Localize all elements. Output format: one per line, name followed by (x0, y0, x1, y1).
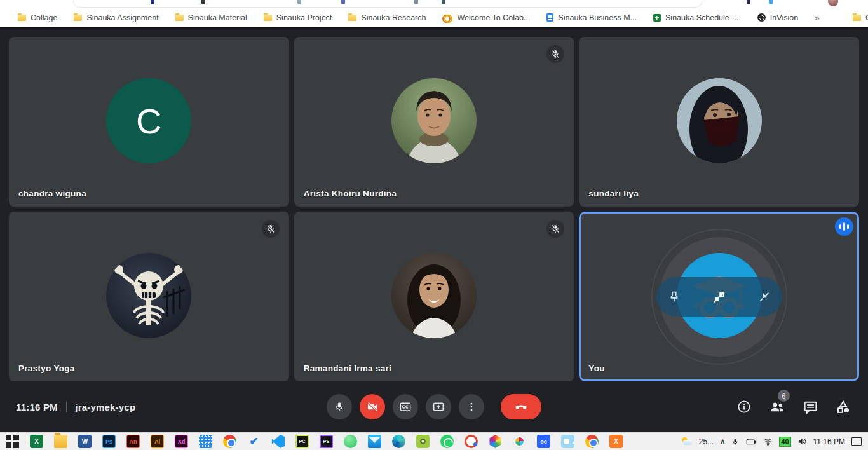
whatsapp-icon[interactable] (440, 435, 454, 448)
participant-tile[interactable]: Ramandani Irma sari (294, 212, 574, 381)
participant-name: sundari liya (588, 189, 639, 198)
photoshop-icon[interactable]: Ps (102, 435, 116, 448)
bookmarks-overflow-chevron[interactable]: » (815, 13, 820, 23)
tray-mic-icon[interactable] (731, 437, 739, 446)
file-explorer-icon[interactable] (54, 435, 67, 448)
participant-tile[interactable]: Arista Khoiru Nurdina (294, 37, 574, 207)
people-button[interactable]: 6 (769, 399, 785, 415)
participant-tile[interactable]: sundari liya (579, 37, 859, 207)
participant-grid: C chandra wiguna (9, 37, 859, 381)
swirl-app-icon[interactable] (465, 435, 478, 448)
meet-right-icons: 6 (736, 399, 851, 415)
extension-icon[interactable] (201, 0, 205, 4)
participant-tile[interactable]: C chandra wiguna (9, 37, 289, 207)
xampp-icon[interactable]: X (609, 435, 623, 448)
todo-check-icon[interactable]: ✔ (247, 435, 261, 448)
mail-icon[interactable] (368, 435, 381, 448)
pin-tile-icon[interactable] (667, 290, 681, 304)
bookmark-sinauka-project[interactable]: Sinauka Project (264, 13, 332, 22)
video-recorder-app-icon[interactable] (561, 435, 574, 448)
bookmark-label: Sinauka Schedule -... (665, 13, 741, 22)
present-screen-button[interactable] (426, 394, 451, 419)
hexagon-app-icon[interactable] (489, 435, 502, 448)
vscode-icon[interactable] (271, 435, 285, 448)
chrome-icon[interactable] (223, 435, 236, 448)
extension-icon[interactable] (297, 0, 301, 4)
battery-plug-icon[interactable] (745, 438, 757, 446)
bookmark-sinauka-research[interactable]: Sinauka Research (348, 13, 426, 22)
windows-taskbar: X W Ps An Ai Xd ✔ PC PS oc X (0, 432, 868, 450)
bookmark-collage[interactable]: Collage (18, 13, 57, 22)
folder-icon (175, 15, 184, 21)
remove-tile-icon[interactable] (711, 289, 728, 305)
weather-temp[interactable]: 25... (699, 437, 714, 446)
pycharm-icon[interactable]: PC (295, 435, 309, 448)
weather-icon[interactable] (681, 437, 693, 446)
activities-button[interactable] (835, 399, 851, 415)
call-controls (327, 394, 541, 419)
bookmark-invision[interactable]: InVision (757, 13, 798, 22)
bookmark-label: Sinauka Research (361, 13, 426, 22)
extension-icon[interactable] (747, 0, 750, 4)
participant-tile-you[interactable]: You (579, 212, 859, 381)
tile-hover-controls (656, 277, 782, 317)
speaking-indicator-icon (835, 217, 853, 236)
bookmark-sinauka-business[interactable]: Sinauka Business M... (546, 13, 637, 22)
oc-app-icon[interactable]: oc (537, 435, 550, 448)
extension-icon[interactable] (414, 0, 418, 4)
chrome-running-icon[interactable] (585, 435, 599, 448)
tray-expand-chevron-icon[interactable]: ∧ (720, 437, 725, 446)
folder-icon (348, 15, 356, 21)
camera-off-button[interactable] (360, 394, 385, 419)
mic-muted-icon (262, 220, 280, 238)
microphone-button[interactable] (327, 394, 352, 419)
start-button-icon[interactable] (6, 435, 19, 448)
word-icon[interactable]: W (78, 435, 92, 448)
collapse-tile-icon[interactable] (757, 290, 771, 304)
google-sheets-icon (653, 14, 661, 22)
participant-name: Ramandani Irma sari (304, 364, 392, 373)
android-emulator-icon[interactable] (344, 435, 357, 448)
extension-icon[interactable] (341, 0, 345, 4)
leave-call-button[interactable] (501, 394, 541, 419)
more-options-button[interactable] (459, 394, 484, 419)
chat-button[interactable] (802, 399, 818, 415)
meet-bottom-bar: 11:16 PM jra-ymek-ycp (0, 381, 868, 432)
folder-icon (74, 15, 82, 21)
extension-icon[interactable] (151, 0, 154, 4)
tray-clock[interactable]: 11:16 PM (813, 437, 845, 446)
avatar-initial: C (136, 100, 161, 142)
battery-percent-badge[interactable]: 40 (779, 437, 790, 447)
mic-muted-icon (546, 220, 564, 238)
meeting-info: 11:16 PM jra-ymek-ycp (16, 402, 135, 412)
wifi-icon[interactable] (763, 438, 773, 446)
excel-icon[interactable]: X (30, 435, 43, 448)
bookmark-sinauka-schedule[interactable]: Sinauka Schedule -... (653, 13, 741, 22)
avatar: C (106, 78, 191, 163)
phpstorm-icon[interactable]: PS (320, 435, 333, 448)
captions-button[interactable] (393, 394, 418, 419)
adobe-xd-icon[interactable]: Xd (175, 435, 188, 448)
bookmark-label: Sinauka Assignment (86, 13, 158, 22)
illustrator-icon[interactable]: Ai (151, 435, 164, 448)
bookmark-label: Sinauka Business M... (558, 13, 637, 22)
bookmark-sinauka-material[interactable]: Sinauka Material (175, 13, 247, 22)
browser-profile-avatar[interactable] (828, 0, 838, 6)
action-center-icon[interactable] (851, 437, 862, 446)
bookmark-sinauka-assignment[interactable]: Sinauka Assignment (74, 13, 158, 22)
animate-icon[interactable]: An (126, 435, 140, 448)
pinwheel-app-icon[interactable] (513, 435, 526, 448)
bookmark-welcome-to-colab[interactable]: Welcome To Colab... (442, 13, 530, 22)
calendar-icon[interactable] (199, 435, 212, 448)
edge-icon[interactable] (392, 435, 405, 448)
extension-icon[interactable] (442, 0, 445, 4)
google-docs-icon (546, 13, 553, 22)
volume-icon[interactable] (797, 437, 807, 446)
screen: Collage Sinauka Assignment Sinauka Mater… (0, 0, 868, 450)
meeting-details-button[interactable] (736, 399, 752, 415)
address-bar-partial[interactable] (73, 0, 702, 8)
extension-icon[interactable] (769, 0, 773, 4)
camera-app-icon[interactable] (416, 435, 430, 448)
participant-tile[interactable]: Prastyo Yoga (9, 212, 289, 381)
other-bookmarks[interactable]: Other bookmarks (853, 13, 868, 22)
